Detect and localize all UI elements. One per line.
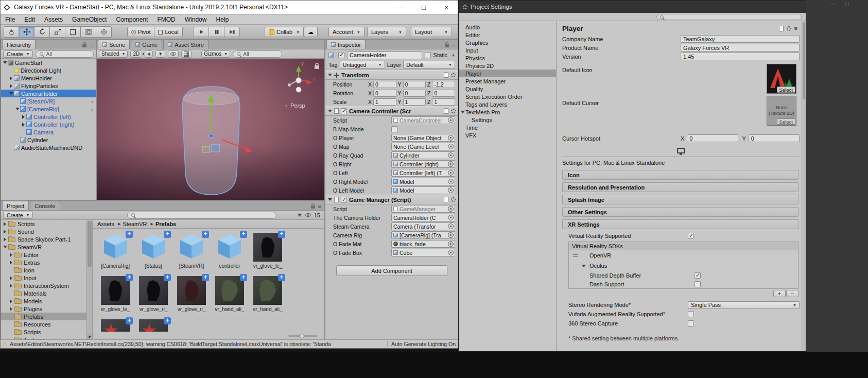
object-field[interactable]: Model [391,178,455,185]
settings-section-header[interactable]: Icon [562,170,798,180]
custom-tool-button[interactable] [96,26,112,38]
panel-menu-icon[interactable]: ≡ [452,42,455,48]
asset-item[interactable]: + [Status] [137,233,169,269]
scene-visibility-button[interactable] [168,50,179,58]
settings-scrollbar[interactable] [802,21,806,351]
settings-section-header[interactable]: Other Settings [562,207,798,217]
expand-arrow-icon[interactable] [10,299,12,303]
hierarchy-row[interactable]: MenuHolder › [1,74,96,82]
scale-tool-button[interactable] [50,26,65,38]
object-picker-icon[interactable] [448,224,454,229]
hierarchy-row[interactable]: CameraHolder › [1,90,96,97]
object-picker-icon[interactable] [448,152,454,158]
object-field[interactable]: None (Game Object [391,134,455,142]
folder-row[interactable]: Input [1,274,92,282]
settings-section-header[interactable]: Resolution and Presentation [562,182,798,192]
object-picker-icon[interactable] [448,117,454,123]
menu-icon[interactable]: ≡ [794,25,797,31]
asset-item[interactable]: + vr_hand_flo_ [99,319,131,332]
folder-row[interactable]: Space Skybox Part-1 [1,235,92,243]
breadcrumb-prefabs[interactable]: Prefabs [155,221,176,227]
cloud-button[interactable]: ☁ [304,27,318,37]
lock-icon[interactable] [311,205,315,209]
hierarchy-row[interactable]: Directional Light › [1,66,96,74]
settings-category-row[interactable]: Settings [459,116,556,124]
object-field[interactable]: Camera (Transfor [391,222,455,230]
asset-item[interactable]: + vr_glove_ri_ [137,276,169,312]
persp-label[interactable]: Persp [290,102,305,109]
title-bar[interactable]: Galaxy Forces VR - GameStart - PC, Mac &… [1,1,458,14]
expand-arrow-icon[interactable] [10,253,12,257]
lock-icon[interactable] [445,44,449,47]
drag-handle-icon[interactable] [573,265,578,267]
settings-category-row[interactable]: Preset Manager [459,77,556,85]
asset-item[interactable]: + vr_glove_le_ [252,233,284,269]
folder-row[interactable]: Scripts [1,328,92,336]
static-dropdown-icon[interactable]: ▼ [452,54,455,57]
expand-arrow-icon[interactable] [10,276,12,280]
scene-audio-button[interactable] [145,50,153,58]
vr-supported-checkbox[interactable] [688,233,694,239]
folder-row[interactable]: Materials [1,289,92,297]
object-field[interactable]: None (Game Level [391,143,455,150]
gear-icon[interactable] [451,197,456,202]
project-settings-title-bar[interactable]: Project Settings [459,1,806,13]
hotspot-x-field[interactable]: 0 [687,134,738,142]
status-bar[interactable]: ⚠ Assets\Editor\Steamworks.NET\RedistIns… [1,339,458,348]
menu-item[interactable]: Assets [40,16,67,23]
menu-item[interactable]: Component [111,16,152,23]
xr-settings-header[interactable]: XR Settings [562,219,798,229]
add-component-button[interactable]: Add Component [336,265,447,276]
asset-item[interactable]: + vr_glove_ri_ [176,276,207,312]
prefab-chevron-icon[interactable]: › [91,98,94,105]
folder-row[interactable]: SteamVR [1,243,92,251]
object-field[interactable]: black_fade [391,240,455,248]
expand-arrow-icon[interactable] [4,230,6,234]
expand-arrow-icon[interactable] [4,222,6,226]
position-z-field[interactable]: -1.2 [432,81,455,88]
tab-inspector[interactable]: Inspector [326,40,366,49]
scale-z-field[interactable]: 1 [432,98,455,106]
scene-grid-button[interactable] [181,50,192,58]
settings-section-header[interactable]: Splash Image [562,195,798,204]
maximize-button[interactable]: □ [412,1,435,14]
hierarchy-row[interactable]: [CameraRig] › [1,105,96,113]
expand-arrow-icon[interactable] [3,246,7,248]
expand-arrow-icon[interactable] [22,123,25,127]
foldout-icon[interactable] [328,74,332,76]
create-dropdown[interactable]: Create▼ [3,50,33,58]
vuforia-checkbox[interactable] [688,311,694,317]
expand-arrow-icon[interactable] [10,261,12,265]
close-button[interactable]: × [435,1,458,14]
menu-item[interactable]: Edit [20,16,40,23]
pause-button[interactable] [209,27,224,37]
settings-category-row[interactable]: VFX [459,131,556,139]
breadcrumb-steamvr[interactable]: SteamVR [123,221,147,227]
expand-arrow-icon[interactable] [15,108,20,110]
object-picker-icon[interactable] [448,179,454,184]
status-message[interactable]: Assets\Editor\Steamworks.NET\RedistInsta… [10,341,385,347]
folder-row[interactable]: Sound [1,228,92,235]
layer-dropdown[interactable]: Default▼ [403,61,455,68]
select-icon-button[interactable]: Select [777,87,795,93]
object-picker-icon[interactable] [448,170,454,176]
tab-scene[interactable]: Scene [98,40,130,49]
folder-row[interactable]: Icon [1,266,92,274]
settings-category-row[interactable]: Physics [459,54,556,62]
folder-row[interactable]: Resources [1,320,92,328]
component-enabled-checkbox[interactable] [341,108,347,114]
reference-icon[interactable] [444,197,448,202]
hierarchy-row[interactable]: Controller (right) › [1,121,96,128]
rotate-tool-button[interactable] [34,26,50,38]
foldout-icon[interactable] [328,110,332,112]
tab-hierarchy[interactable]: Hierarchy [2,40,36,49]
tab-asset-store[interactable]: Asset Store [163,40,209,49]
gear-icon[interactable] [787,26,791,31]
scale-y-field[interactable]: 1 [403,98,426,106]
settings-category-row[interactable]: Script Execution Order [459,93,556,100]
panel-menu-icon[interactable]: ≡ [318,203,321,209]
expand-arrow-icon[interactable] [3,61,7,64]
object-picker-icon[interactable] [448,144,454,149]
auto-generate-lighting-button[interactable]: Auto Generate Lighting On [387,341,456,347]
hierarchy-row[interactable]: AudioStateMachineDND › [1,144,96,151]
